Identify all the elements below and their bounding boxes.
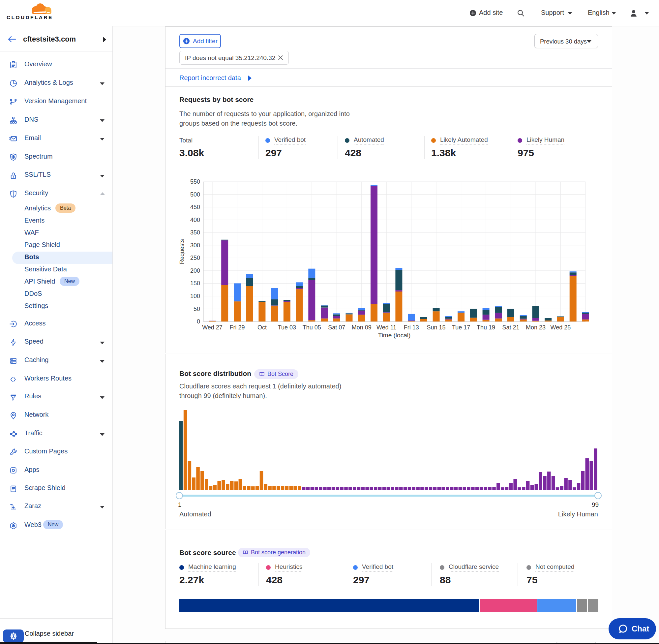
svg-text:Fri 13: Fri 13: [404, 324, 419, 331]
svg-text:Thu 05: Thu 05: [303, 324, 321, 331]
svg-text:Sun 15: Sun 15: [427, 324, 446, 331]
svg-text:250: 250: [190, 255, 200, 261]
svg-text:Time (local): Time (local): [378, 332, 411, 339]
svg-text:Thu 19: Thu 19: [477, 324, 495, 331]
svg-text:Fri 29: Fri 29: [230, 324, 244, 331]
svg-text:Sat 07: Sat 07: [328, 324, 345, 331]
svg-text:Tue 03: Tue 03: [278, 324, 296, 331]
svg-text:300: 300: [190, 242, 200, 249]
svg-text:400: 400: [190, 217, 200, 223]
svg-text:500: 500: [190, 191, 200, 198]
svg-text:Wed 11: Wed 11: [376, 324, 396, 331]
svg-text:150: 150: [190, 280, 200, 286]
svg-text:200: 200: [190, 268, 200, 274]
svg-text:350: 350: [190, 229, 200, 236]
svg-text:Sat 21: Sat 21: [502, 324, 519, 331]
svg-text:100: 100: [190, 293, 200, 299]
svg-text:450: 450: [190, 204, 200, 210]
svg-text:Mon 09: Mon 09: [352, 324, 372, 331]
svg-text:Mon 23: Mon 23: [526, 324, 546, 331]
svg-text:Tue 17: Tue 17: [452, 324, 470, 331]
svg-text:Wed 25: Wed 25: [550, 324, 571, 331]
svg-text:50: 50: [193, 306, 200, 312]
svg-text:0: 0: [197, 318, 200, 325]
svg-text:Oct: Oct: [257, 324, 267, 331]
svg-text:Requests: Requests: [179, 239, 185, 264]
svg-text:Wed 27: Wed 27: [202, 324, 222, 331]
svg-text:550: 550: [190, 178, 200, 185]
